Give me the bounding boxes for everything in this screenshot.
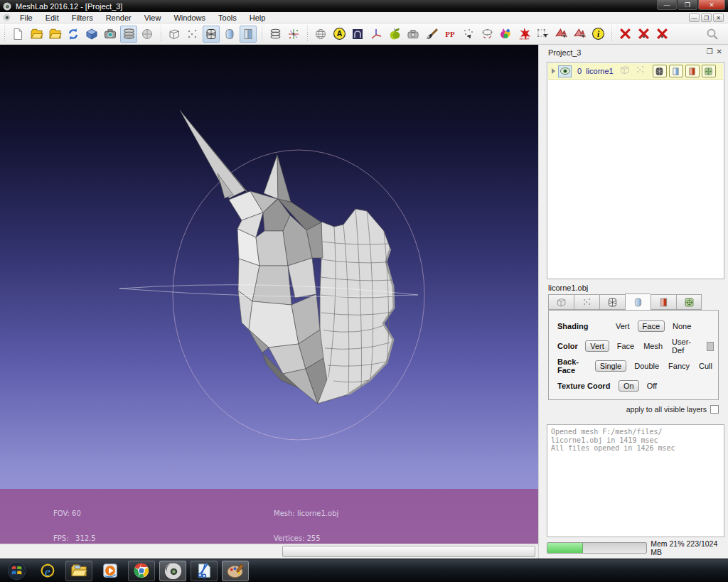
annotation-icon[interactable]: A [331, 26, 348, 43]
paint-icon[interactable] [222, 561, 249, 581]
quality-mapper-icon[interactable] [497, 26, 514, 43]
delete-mesh-icon[interactable] [616, 26, 633, 43]
menu-render[interactable]: Render [100, 13, 138, 23]
texcoord-off-option[interactable]: Off [646, 381, 658, 391]
georef-icon[interactable]: GEOREF [515, 26, 532, 43]
tab-flat[interactable] [651, 294, 676, 310]
backface-double-option[interactable]: Double [633, 361, 660, 371]
pickpoints-pp-icon[interactable]: PP [441, 26, 459, 43]
hud-fps: FPS: 312.5 [53, 534, 109, 543]
meshlab-taskbar-icon[interactable] [159, 561, 186, 581]
panel-float-icon[interactable]: ❐ [707, 48, 713, 55]
menu-windows[interactable]: Windows [167, 13, 212, 23]
layer-bbox-icon[interactable] [619, 65, 630, 78]
menu-edit[interactable]: Edit [39, 13, 65, 23]
color-face-option[interactable]: Face [616, 341, 636, 351]
show-layer-dialog-icon[interactable] [120, 26, 137, 43]
internet-explorer-icon[interactable]: e [34, 561, 61, 581]
align-tool-icon[interactable] [478, 26, 496, 43]
arch-tool-icon[interactable] [349, 26, 366, 43]
project-panel-title: Project_3 [548, 48, 581, 57]
layer-wireframe-button[interactable] [653, 65, 667, 77]
child-minimize-button[interactable]: — [689, 14, 700, 22]
layer-smooth-button[interactable] [669, 65, 683, 77]
layer-texture-button[interactable] [702, 65, 716, 77]
tab-texture[interactable] [676, 294, 702, 310]
scrollbar-thumb[interactable] [282, 546, 535, 557]
layer-row-licorne1[interactable]: 0 licorne1 [548, 63, 723, 80]
visibility-eye-icon[interactable] [558, 65, 572, 77]
mdi-window-controls: — ❐ ✕ [689, 14, 724, 22]
backface-fancy-option[interactable]: Fancy [667, 361, 691, 371]
layer-points-icon[interactable] [636, 65, 646, 77]
select-faces-icon[interactable] [552, 26, 569, 43]
tab-wireframe[interactable] [599, 294, 625, 310]
gl-viewport[interactable]: FOV: 60 FPS: 312.5 BO_RENDERING Mesh: li… [0, 45, 538, 559]
globe-icon[interactable] [312, 26, 329, 43]
file-explorer-icon[interactable] [65, 561, 92, 581]
minimize-button[interactable]: — [657, 0, 677, 10]
backface-cull-option[interactable]: Cull [697, 361, 714, 371]
panel-close-icon[interactable]: ✕ [717, 48, 722, 55]
smooth-render-icon[interactable] [221, 26, 238, 43]
menu-filters[interactable]: Filters [65, 13, 100, 23]
flat-render-icon[interactable] [240, 26, 257, 43]
new-project-icon[interactable] [9, 26, 26, 43]
tab-points[interactable] [574, 294, 599, 310]
start-button[interactable] [3, 561, 30, 581]
layer-flat-button[interactable] [685, 65, 700, 77]
shading-face-option[interactable]: Face [638, 320, 665, 332]
chrome-icon[interactable] [128, 561, 155, 581]
child-close-button[interactable]: ✕ [713, 14, 724, 22]
save-icon[interactable] [83, 26, 100, 43]
menu-file[interactable]: File [14, 13, 39, 23]
userdef-color-swatch[interactable] [707, 342, 714, 351]
layers-stack-icon[interactable] [267, 26, 284, 43]
paint-brush-icon[interactable] [423, 26, 440, 43]
point-picking-icon[interactable] [460, 26, 477, 43]
color-userdef-option[interactable]: User-Def [670, 337, 695, 355]
menu-help[interactable]: Help [243, 13, 272, 23]
axes-3d-icon[interactable] [368, 26, 385, 43]
search-icon[interactable] [704, 26, 721, 43]
light-toggle-icon[interactable] [139, 26, 156, 43]
wireframe-render-icon[interactable] [203, 26, 220, 43]
apple-icon[interactable] [386, 26, 403, 43]
shading-none-option[interactable]: None [671, 321, 692, 331]
child-restore-button[interactable]: ❐ [701, 14, 712, 22]
color-mesh-option[interactable]: Mesh [642, 341, 664, 351]
media-player-icon[interactable] [97, 561, 124, 581]
open-project-icon[interactable] [28, 26, 45, 43]
horizontal-scrollbar[interactable] [0, 544, 538, 559]
expand-arrow-icon[interactable] [552, 68, 555, 74]
layer-list[interactable]: 0 licorne1 [547, 62, 724, 279]
color-vert-option[interactable]: Vert [585, 340, 609, 352]
shading-vert-option[interactable]: Vert [614, 321, 631, 331]
align-camera-icon[interactable] [405, 26, 422, 43]
backface-single-option[interactable]: Single [595, 360, 627, 372]
trackball-axes-icon[interactable] [285, 26, 302, 43]
apply-all-layers-checkbox[interactable] [710, 405, 719, 414]
desktop: MeshLab 2016.12 - [Project_3] — ❐ ✕ File… [0, 0, 728, 582]
select-connected-icon[interactable] [571, 26, 588, 43]
points-render-icon[interactable] [184, 26, 201, 43]
mesh-licorne1[interactable] [0, 45, 538, 559]
reload-icon[interactable] [65, 26, 82, 43]
snapshot-icon[interactable] [102, 26, 119, 43]
select-vertices-icon[interactable] [534, 26, 551, 43]
log-console[interactable]: Opened mesh F:/mesh/files/ licorne1.obj … [547, 424, 724, 537]
import-mesh-icon[interactable] [46, 26, 63, 43]
menu-view[interactable]: View [138, 13, 168, 23]
tab-bbox[interactable] [548, 294, 574, 310]
texcoord-on-option[interactable]: On [619, 380, 639, 392]
delete-raster-icon[interactable] [635, 26, 652, 43]
info-icon[interactable]: i [589, 26, 606, 43]
bbox-render-icon[interactable] [166, 26, 183, 43]
snipping-tool-icon[interactable] [191, 561, 218, 581]
close-button[interactable]: ✕ [698, 0, 725, 10]
restore-button[interactable]: ❐ [678, 0, 697, 10]
menu-tools[interactable]: Tools [212, 13, 243, 23]
toolbar-separator [609, 26, 614, 43]
delete-all-icon[interactable] [653, 26, 670, 43]
tab-smooth[interactable] [625, 293, 651, 311]
